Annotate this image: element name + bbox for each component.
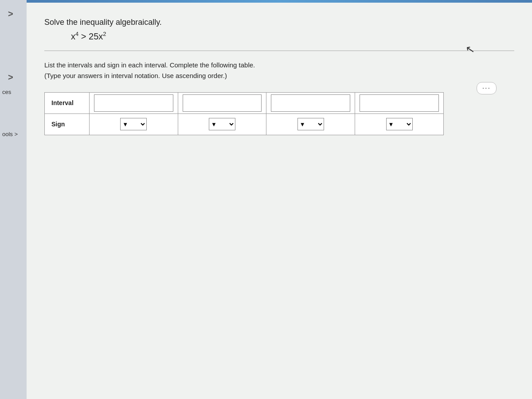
- divider: [44, 51, 514, 51]
- sign-cell-1[interactable]: ▼ + -: [89, 113, 178, 135]
- sign-select-1[interactable]: ▼ + -: [120, 118, 147, 130]
- sign-row: Sign ▼ + - ▼ + -: [45, 113, 444, 135]
- question-title: Solve the inequality algebraically.: [44, 18, 514, 27]
- sign-row-header: Sign: [45, 113, 90, 135]
- sign-cell-3[interactable]: ▼ + -: [266, 113, 355, 135]
- chevron-bottom[interactable]: >: [0, 72, 27, 82]
- instructions: List the intervals and sign in each inte…: [44, 60, 514, 81]
- sign-select-4[interactable]: ▼ + -: [386, 118, 413, 130]
- sign-select-3[interactable]: ▼ + -: [297, 118, 324, 130]
- sign-cell-2[interactable]: ▼ + -: [178, 113, 266, 135]
- main-content: ··· Solve the inequality algebraically. …: [27, 0, 532, 399]
- sign-cell-4[interactable]: ▼ + -: [355, 113, 444, 135]
- interval-row-header: Interval: [45, 92, 90, 113]
- sidebar-label-tools[interactable]: ools >: [0, 131, 18, 137]
- more-options-button[interactable]: ···: [477, 82, 497, 94]
- interval-table: Interval Sign: [44, 92, 444, 135]
- interval-input-2[interactable]: [183, 94, 262, 112]
- sidebar-left: > >: [0, 0, 27, 399]
- instructions-line1: List the intervals and sign in each inte…: [44, 60, 514, 70]
- interval-input-4[interactable]: [360, 94, 439, 112]
- interval-input-3[interactable]: [271, 94, 350, 112]
- interval-cell-4[interactable]: [355, 92, 444, 113]
- math-expression: x4 > 25x2: [71, 31, 514, 42]
- sign-select-2[interactable]: ▼ + -: [209, 118, 235, 130]
- interval-cell-1[interactable]: [89, 92, 178, 113]
- interval-cell-2[interactable]: [178, 92, 266, 113]
- cursor-icon: ↖: [465, 42, 476, 56]
- interval-row: Interval: [45, 92, 444, 113]
- chevron-top[interactable]: >: [0, 9, 27, 19]
- sidebar-labels: ces ools >: [0, 89, 18, 137]
- sidebar-label-ces: ces: [0, 89, 18, 95]
- instructions-line2: (Type your answers in interval notation.…: [44, 70, 514, 81]
- interval-input-1[interactable]: [94, 94, 173, 112]
- interval-cell-3[interactable]: [266, 92, 355, 113]
